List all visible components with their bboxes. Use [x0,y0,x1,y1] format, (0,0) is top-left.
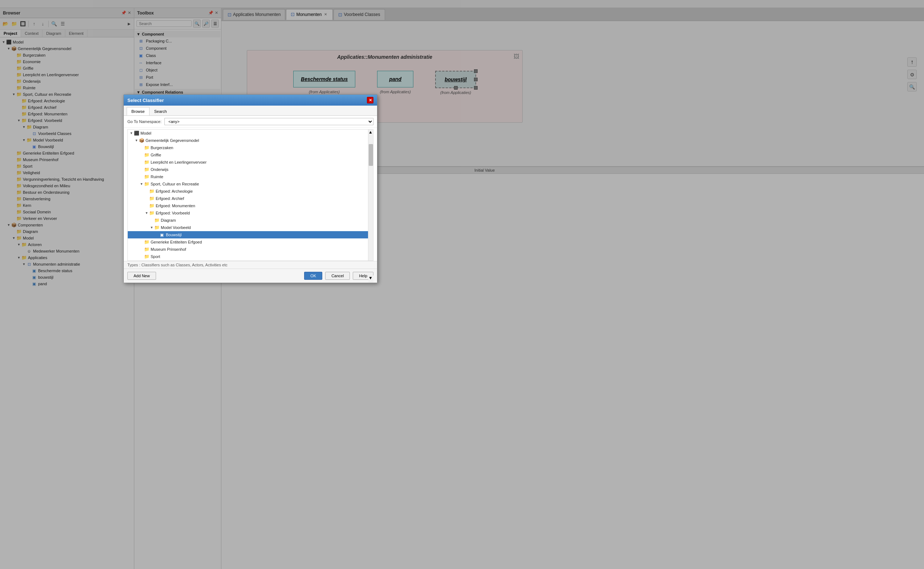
dialog-namespace-row: Go To Namespace: <any> [124,116,377,128]
dialog-icon-d-museum: 📁 [144,246,149,252]
dialog-arrow-d-model[interactable]: ▼ [129,131,134,135]
add-new-btn[interactable]: Add New [127,272,156,280]
scroll-thumb[interactable] [369,144,373,166]
dialog-tree-item-d-erfgoed-mon[interactable]: 📁 Erfgoed: Monumenten [128,202,368,209]
dialog-label-d-erfgoed-mon: Erfgoed: Monumenten [156,204,195,208]
dialog-label-d-museum: Museum Prinsenhof [151,247,186,251]
dialog-arrow-d-gem[interactable]: ▼ [134,138,139,142]
dialog-close-btn[interactable]: ✕ [367,97,373,103]
dialog-label-d-gem: Gemeentelijk Gegevensmodel [146,138,199,143]
dialog-tree-item-d-erfgoed-vb[interactable]: ▼ 📁 Erfgoed: Voorbeeld [128,209,368,217]
dialog-icon-d-erfgoed-vb: 📁 [149,210,155,216]
dialog-label-d-erfgoed-arch: Erfgoed: Archeologie [156,189,193,193]
dialog-tree-item-d-onderwijs[interactable]: 📁 Onderwijs [128,166,368,173]
dialog-icon-d-erfgoed-archief: 📁 [149,196,155,201]
dialog-body: Browse Search Go To Namespace: <any> ▼ ⬛… [124,106,377,283]
dialog-overlay: Select Classifier ✕ Browse Search Go To … [0,0,924,569]
dialog-label-d-leerplicht: Leerplicht en Leerlingenvervoer [151,160,207,164]
dialog-icon-d-model: ⬛ [134,130,139,136]
dialog-label-d-sport: Sport, Cultuur en Recreatie [151,182,199,186]
dialog-footer-left: Add New [127,272,301,280]
dialog-tree-item-d-leerplicht[interactable]: 📁 Leerplicht en Leerlingenvervoer [128,158,368,166]
dialog-icon-d-burgerzaken: 📁 [144,145,149,151]
dialog-arrow-d-erfgoed-vb[interactable]: ▼ [145,211,149,215]
dialog-label-d-gen-ent: Generieke Entiteiten Erfgoed [151,240,202,244]
dialog-titlebar: Select Classifier ✕ [124,95,377,106]
dialog-arrow-d-model-vb[interactable]: ▼ [149,226,154,229]
dialog-label-d-erfgoed-vb: Erfgoed: Voorbeeld [156,211,190,215]
dialog-label-d-griffie: Griffie [151,153,161,157]
dialog-label-d-erfgoed-archief: Erfgoed: Archief [156,196,184,201]
dialog-icon-d-sport2: 📁 [144,254,149,259]
dialog-tree-item-d-griffie[interactable]: 📁 Griffie [128,151,368,158]
dialog-icon-d-onderwijs: 📁 [144,167,149,172]
dialog-icon-d-gem: 📦 [139,137,145,143]
dialog-tree-item-d-model-vb[interactable]: ▼ 📁 Model Voorbeeld [128,224,368,231]
dialog-label-d-sport2: Sport [151,254,160,259]
dialog-icon-d-model-vb: 📁 [154,225,160,230]
dialog-icon-d-ruimte: 📁 [144,174,149,180]
dialog-tree-item-d-bouwstijl[interactable]: ▣ Bouwstijl [128,231,368,239]
dialog-status: Types : Classifiers such as Classes, Act… [124,261,377,269]
dialog-label-d-onderwijs: Onderwijs [151,167,168,172]
dialog-tree-item-d-burgerzaken[interactable]: 📁 Burgerzaken [128,144,368,151]
dialog-tree-wrapper: ▼ ⬛ Model ▼ 📦 Gemeentelijk Gegevensmodel… [127,129,373,261]
dialog-icon-d-bouwstijl: ▣ [159,232,165,238]
cancel-btn[interactable]: Cancel [325,272,350,280]
select-classifier-dialog: Select Classifier ✕ Browse Search Go To … [123,94,378,283]
dialog-icon-d-sport: 📁 [144,181,149,187]
ok-btn[interactable]: OK [304,272,322,280]
dialog-tree-item-d-ruimte[interactable]: 📁 Ruimte [128,173,368,180]
dialog-icon-d-erfgoed-arch: 📁 [149,188,155,194]
dialog-scrollbar[interactable]: ▲ ▼ [368,129,373,260]
dialog-title: Select Classifier [127,97,164,103]
dialog-icon-d-diagram: 📁 [154,218,160,223]
dialog-icon-d-griffie: 📁 [144,152,149,158]
dialog-tree-item-d-gen-ent[interactable]: 📁 Generieke Entiteiten Erfgoed [128,239,368,246]
dialog-tab-search[interactable]: Search [149,107,172,116]
dialog-label-d-diagram: Diagram [161,218,176,222]
dialog-tree-item-d-museum[interactable]: 📁 Museum Prinsenhof [128,246,368,253]
dialog-tree-item-d-model[interactable]: ▼ ⬛ Model [128,129,368,137]
dialog-icon-d-leerplicht: 📁 [144,159,149,165]
dialog-footer: Add New OK Cancel Help [124,269,377,283]
dialog-tree-item-d-erfgoed-archief[interactable]: 📁 Erfgoed: Archief [128,195,368,202]
dialog-icon-d-gen-ent: 📁 [144,239,149,245]
dialog-tree-item-d-erfgoed-arch[interactable]: 📁 Erfgoed: Archeologie [128,188,368,195]
scroll-top-btn[interactable]: ▲ [368,129,373,137]
dialog-arrow-d-sport[interactable]: ▼ [139,182,144,186]
dialog-label-d-burgerzaken: Burgerzaken [151,146,173,150]
dialog-label-d-model-vb: Model Voorbeeld [161,225,191,230]
dialog-label-d-ruimte: Ruimte [151,175,163,179]
dialog-tree-item-d-sport2[interactable]: 📁 Sport [128,253,368,260]
dialog-tab-browse[interactable]: Browse [127,107,149,116]
dialog-tree-item-d-diagram[interactable]: 📁 Diagram [128,217,368,224]
dialog-icon-d-erfgoed-mon: 📁 [149,203,155,208]
dialog-namespace-select[interactable]: <any> [164,118,373,125]
dialog-label-d-bouwstijl: Bouwstijl [166,233,181,237]
dialog-tree-item-d-sport[interactable]: ▼ 📁 Sport, Cultuur en Recreatie [128,180,368,188]
dialog-tree-area: ▼ ⬛ Model ▼ 📦 Gemeentelijk Gegevensmodel… [128,129,368,260]
dialog-tree-item-d-gem[interactable]: ▼ 📦 Gemeentelijk Gegevensmodel [128,137,368,144]
dialog-namespace-label: Go To Namespace: [127,119,161,124]
dialog-label-d-model: Model [140,131,151,135]
dialog-tabs: Browse Search [124,106,377,116]
